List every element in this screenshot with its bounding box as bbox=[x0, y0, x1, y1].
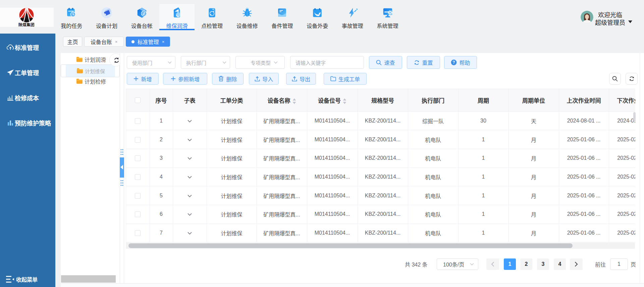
svg-text:陕煤集团: 陕煤集团 bbox=[18, 22, 35, 27]
svg-text:?: ? bbox=[453, 60, 455, 65]
